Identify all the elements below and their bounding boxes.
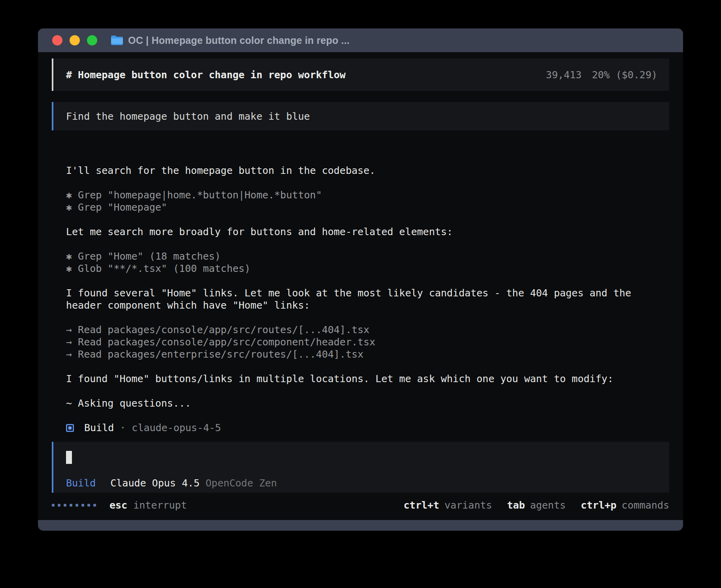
tool-call-read: → Read packages/console/app/src/componen… <box>66 336 657 348</box>
context-usage-cost: 20% ($0.29) <box>592 69 657 81</box>
hint-commands: ctrl+p commands <box>581 499 669 511</box>
tool-call-group: → Read packages/console/app/src/routes/[… <box>66 324 657 360</box>
traffic-lights <box>52 35 97 45</box>
esc-hint: esc interrupt <box>109 499 187 511</box>
assistant-status-line: ~ Asking questions... <box>66 397 657 409</box>
agent-name: Build <box>84 422 114 434</box>
user-message-text: Find the homepage button and make it blu… <box>66 110 310 122</box>
hint-variants: ctrl+t variants <box>404 499 492 511</box>
prompt-input[interactable]: Build Claude Opus 4.5 OpenCode Zen <box>52 442 669 493</box>
text-cursor <box>66 451 72 464</box>
session-stats: 39,413 20% ($0.29) <box>546 69 657 81</box>
keyboard-hints: ctrl+t variants tab agents ctrl+p comman… <box>404 499 669 511</box>
model-label: Claude Opus 4.5 <box>110 477 200 489</box>
assistant-paragraph: I'll search for the homepage button in t… <box>66 164 657 177</box>
tool-call-group: ✱ Grep "homepage|home.*button|Home.*butt… <box>66 189 657 213</box>
titlebar: OC | Homepage button color change in rep… <box>38 28 683 52</box>
esc-key: esc <box>109 499 127 511</box>
session-header: # Homepage button color change in repo w… <box>52 58 669 91</box>
tool-call-grep: ✱ Grep "Homepage" <box>66 201 657 213</box>
terminal-window: OC | Homepage button color change in rep… <box>38 28 683 531</box>
assistant-paragraph: Let me search more broadly for buttons a… <box>66 226 657 238</box>
window-title: OC | Homepage button color change in rep… <box>128 35 349 46</box>
minimize-button[interactable] <box>70 35 80 45</box>
mode-label: Build <box>66 477 96 489</box>
assistant-transcript: I'll search for the homepage button in t… <box>52 164 669 434</box>
tool-call-group: ✱ Grep "Home" (18 matches) ✱ Glob "**/*.… <box>66 250 657 275</box>
tool-call-grep: ✱ Grep "homepage|home.*button|Home.*butt… <box>66 189 657 201</box>
session-title: # Homepage button color change in repo w… <box>66 69 345 81</box>
agent-build-icon <box>66 424 74 432</box>
provider-label: OpenCode Zen <box>206 477 277 489</box>
tool-call-grep: ✱ Grep "Home" (18 matches) <box>66 250 657 262</box>
hint-agents: tab agents <box>507 499 566 511</box>
agent-row: Build · claude-opus-4-5 <box>66 422 657 434</box>
agent-model: claude-opus-4-5 <box>132 422 221 434</box>
zoom-button[interactable] <box>87 35 97 45</box>
user-message: Find the homepage button and make it blu… <box>52 102 669 130</box>
tool-call-glob: ✱ Glob "**/*.tsx" (100 matches) <box>66 262 657 275</box>
close-button[interactable] <box>52 35 62 45</box>
input-footer: Build Claude Opus 4.5 OpenCode Zen <box>66 477 657 489</box>
esc-label: interrupt <box>133 499 187 511</box>
agent-separator: · <box>120 422 126 434</box>
spinner-dots-icon <box>52 504 96 507</box>
assistant-paragraph: I found "Home" buttons/links in multiple… <box>66 373 657 385</box>
tool-call-read: → Read packages/console/app/src/routes/[… <box>66 324 657 336</box>
status-bar: esc interrupt ctrl+t variants tab agents… <box>52 499 669 511</box>
terminal-content: # Homepage button color change in repo w… <box>38 52 683 520</box>
folder-icon <box>111 35 123 45</box>
assistant-paragraph: I found several "Home" links. Let me loo… <box>66 287 657 311</box>
token-count: 39,413 <box>546 69 581 81</box>
tool-call-read: → Read packages/enterprise/src/routes/[.… <box>66 348 657 360</box>
